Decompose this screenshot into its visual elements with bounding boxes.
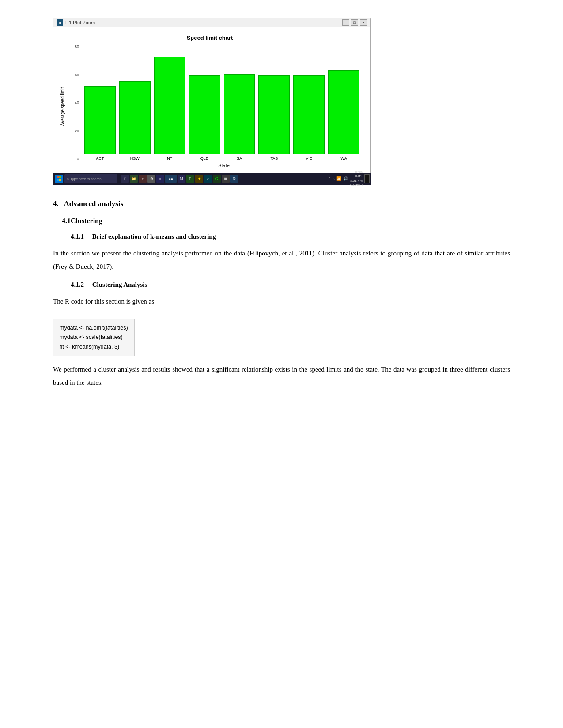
chart-title: Speed limit chart (58, 34, 362, 41)
r-logo-icon: R (57, 19, 63, 26)
y-tick-0: 0 (77, 157, 79, 161)
section-411-heading: 4.1.1 Brief explanation of k-means and c… (71, 233, 510, 240)
bar-label-nt: NT (167, 156, 172, 161)
bar-group-sa: SA (224, 74, 255, 161)
clock-date: 6/4/2019 (350, 183, 363, 188)
bar-label-wa: WA (340, 156, 347, 161)
paragraph-1: In the section we present the clustering… (53, 247, 510, 273)
y-tick-80: 80 (75, 45, 79, 49)
chart-inner: 0 20 40 60 80 ACTNSWNTQLDSATASVICWA Stat… (68, 45, 362, 168)
section-4-number: 4. (53, 199, 59, 208)
section-4-heading: 4. Advanced analysis (53, 199, 510, 208)
taskbar-icon-3[interactable]: e (139, 175, 147, 183)
bar-nsw (119, 81, 151, 154)
show-desktop-button[interactable] (364, 174, 370, 183)
bar-label-act: ACT (96, 156, 104, 161)
svg-rect-3 (59, 179, 61, 181)
bar-tas (258, 75, 290, 154)
page: R R1 Plot Zoom – □ × Speed limit chart A… (0, 0, 563, 422)
windows-logo-icon (57, 176, 62, 181)
bar-act (84, 86, 116, 154)
search-placeholder: Type here to search (70, 177, 102, 181)
tray-arrow-icon: ^ (329, 176, 330, 181)
bar-group-nsw: NSW (119, 81, 151, 161)
r-taskbar-icon[interactable]: R (230, 175, 238, 183)
bar-group-vic: VIC (293, 75, 325, 161)
close-button[interactable]: × (360, 19, 367, 26)
clock-lang: ENG INTL (350, 170, 363, 179)
y-axis-label: Average speed limit (60, 87, 65, 126)
bar-group-qld: QLD (189, 75, 220, 161)
search-icon: ⌕ (67, 176, 69, 181)
taskbar: ⌕ Type here to search ⊞ 📁 e ⚙ ≡ ●● M F ★… (53, 173, 371, 185)
code-line-2: mydata <- scale(fatalities) (60, 333, 128, 342)
section-41-number: 4.1 (62, 217, 71, 225)
code-line-3: fit <- kmeans(mydata, 3) (60, 342, 128, 352)
r-window-controls[interactable]: – □ × (342, 19, 367, 26)
bar-wa (328, 70, 359, 154)
svg-rect-2 (57, 179, 59, 181)
system-clock: ENG INTL 8:51 PM 6/4/2019 (350, 170, 363, 188)
y-tick-20: 20 (75, 129, 79, 133)
tray-icon-3: 🔊 (343, 176, 348, 181)
clock-time: 8:51 PM (350, 179, 363, 183)
code-line-1: mydata <- na.omit(fatalities) (60, 323, 128, 333)
r-plot-window: R R1 Plot Zoom – □ × Speed limit chart A… (53, 18, 371, 185)
r-window-title-area: R R1 Plot Zoom (57, 19, 95, 26)
window-title-text: R1 Plot Zoom (65, 20, 95, 25)
taskbar-icon-11[interactable]: G (213, 175, 221, 183)
y-tick-60: 60 (75, 73, 79, 77)
y-axis-label-container: Average speed limit (58, 45, 68, 168)
bar-group-wa: WA (328, 70, 359, 161)
paragraph-3: We performed a cluster analysis and resu… (53, 363, 510, 389)
taskbar-icon-2[interactable]: 📁 (130, 175, 138, 183)
taskbar-icon-5[interactable]: ≡ (156, 175, 164, 183)
bar-sa (224, 74, 255, 154)
bar-label-sa: SA (237, 156, 242, 161)
taskbar-icon-4[interactable]: ⚙ (147, 175, 155, 183)
tray-icon-1: ⌂ (332, 176, 334, 181)
paragraph-2: The R code for this section is given as; (53, 295, 510, 308)
svg-rect-0 (57, 176, 59, 178)
y-axis: 0 20 40 60 80 (68, 45, 82, 161)
code-block: mydata <- na.omit(fatalities) mydata <- … (53, 319, 135, 356)
section-411-number: 4.1.1 (71, 233, 84, 240)
bar-nt (154, 57, 185, 154)
bar-label-nsw: NSW (130, 156, 140, 161)
section-4-title: Advanced analysis (64, 199, 124, 208)
section-412-heading: 4.1.2 Clustering Analysis (71, 281, 510, 289)
taskbar-search-box[interactable]: ⌕ Type here to search (64, 174, 117, 183)
section-412-number: 4.1.2 (71, 281, 84, 288)
system-tray: ^ ⌂ 📶 🔊 ENG INTL 8:51 PM 6/4/2019 (329, 170, 370, 188)
section-412-title: Clustering Analysis (92, 281, 147, 288)
x-axis-label: State (68, 163, 362, 168)
taskbar-icon-6[interactable]: ●● (165, 175, 177, 183)
chart-container: Average speed limit 0 20 40 60 80 A (58, 45, 362, 168)
maximize-button[interactable]: □ (351, 19, 358, 26)
section-41-heading: 4.1Clustering (62, 217, 510, 225)
bar-label-tas: TAS (270, 156, 278, 161)
y-tick-40: 40 (75, 101, 79, 105)
r-window-titlebar: R R1 Plot Zoom – □ × (53, 18, 370, 27)
taskbar-icon-7[interactable]: M (178, 175, 185, 183)
bar-vic (293, 75, 325, 154)
bar-label-vic: VIC (306, 156, 312, 161)
taskbar-icon-10[interactable]: e (204, 175, 212, 183)
taskbar-icon-8[interactable]: F (186, 175, 194, 183)
section-411-title: Brief explanation of k-means and cluster… (92, 233, 216, 240)
minimize-button[interactable]: – (342, 19, 349, 26)
bars-and-yaxis: 0 20 40 60 80 ACTNSWNTQLDSATASVICWA (68, 45, 362, 161)
taskbar-icon-12[interactable]: ▦ (222, 175, 230, 183)
taskbar-icon-1[interactable]: ⊞ (121, 175, 129, 183)
svg-rect-1 (59, 176, 61, 178)
tray-icon-2: 📶 (336, 176, 341, 181)
bar-qld (189, 75, 220, 154)
bar-group-nt: NT (154, 57, 185, 161)
bars-area: ACTNSWNTQLDSATASVICWA (82, 45, 362, 161)
chart-area: Speed limit chart Average speed limit 0 … (53, 27, 370, 173)
bar-group-tas: TAS (258, 75, 290, 161)
start-button[interactable] (55, 175, 63, 183)
taskbar-icon-9[interactable]: ★ (195, 175, 203, 183)
taskbar-icons: ⊞ 📁 e ⚙ ≡ ●● M F ★ e G ▦ R (121, 175, 327, 183)
section-41-title: Clustering (71, 217, 102, 225)
